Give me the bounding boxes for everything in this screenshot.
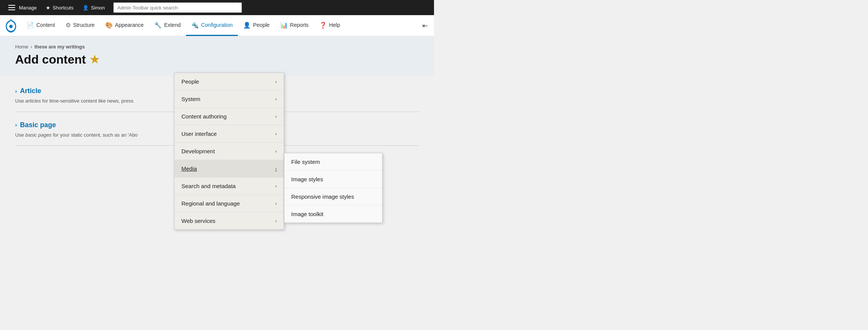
dropdown-content-authoring-label: Content authoring: [181, 113, 226, 120]
page-title-text: Add content: [15, 53, 86, 67]
menu-item-reports-label: Reports: [290, 22, 309, 28]
manage-label: Manage: [19, 5, 37, 11]
admin-search-input[interactable]: [113, 2, 242, 13]
media-submenu-item-image-toolkit[interactable]: Image toolkit: [284, 205, 382, 223]
page-title: Add content ★: [15, 53, 419, 67]
hamburger-icon: [7, 3, 17, 12]
responsive-image-styles-label: Responsive image styles: [291, 193, 354, 200]
chevron-right-icon: ›: [15, 122, 17, 128]
extend-icon: 🔧: [154, 22, 162, 29]
dropdown-people-label: People: [181, 78, 199, 85]
shortcuts-label: Shortcuts: [53, 5, 73, 11]
config-dropdown: People › System › Content authoring › Us…: [174, 73, 284, 230]
svg-point-0: [9, 25, 12, 28]
dropdown-item-development[interactable]: Development ›: [175, 143, 284, 160]
menu-item-structure-label: Structure: [73, 22, 95, 28]
content-icon: 📄: [27, 22, 34, 29]
image-styles-label: Image styles: [291, 176, 323, 182]
dropdown-item-people[interactable]: People ›: [175, 73, 284, 90]
chevron-right-icon: ›: [275, 166, 277, 171]
chevron-right-icon: ›: [275, 218, 277, 224]
menu-item-configuration-label: Configuration: [201, 22, 233, 28]
menu-bar: 📄 Content ⚙ Structure 🎨 Appearance 🔧 Ext…: [0, 15, 434, 36]
breadcrumb: Home › these are my writings: [15, 44, 419, 50]
dropdown-web-services-label: Web services: [181, 218, 215, 224]
dropdown-system-label: System: [181, 96, 200, 102]
dropdown-item-media[interactable]: Media ›: [175, 160, 284, 177]
file-system-label: File system: [291, 159, 320, 165]
dropdown-user-interface-label: User interface: [181, 131, 217, 137]
manage-button[interactable]: Manage: [3, 1, 41, 14]
dropdown-item-web-services[interactable]: Web services ›: [175, 212, 284, 229]
breadcrumb-home[interactable]: Home: [15, 44, 28, 50]
breadcrumb-separator: ›: [31, 44, 32, 50]
user-button[interactable]: 👤 Simon: [79, 3, 109, 13]
people-icon: 👤: [243, 22, 251, 29]
menu-item-configuration[interactable]: 🔩 Configuration: [186, 15, 238, 36]
admin-toolbar: Manage ★ Shortcuts 👤 Simon: [0, 0, 434, 15]
user-label: Simon: [91, 5, 105, 11]
dropdown-media-label: Media: [181, 165, 197, 172]
basic-page-title: Basic page: [20, 121, 56, 129]
dropdown-item-search-metadata[interactable]: Search and metadata ›: [175, 177, 284, 195]
chevron-right-icon: ›: [275, 131, 277, 137]
dropdown-item-regional-language[interactable]: Regional and language ›: [175, 195, 284, 212]
dropdown-overlay: People › System › Content authoring › Us…: [174, 73, 382, 230]
menu-item-content-label: Content: [36, 22, 55, 28]
media-submenu-item-image-styles[interactable]: Image styles: [284, 171, 382, 188]
breadcrumb-current: these are my writings: [34, 44, 85, 50]
dropdown-item-content-authoring[interactable]: Content authoring ›: [175, 108, 284, 125]
image-toolkit-label: Image toolkit: [291, 211, 323, 217]
media-submenu-item-file-system[interactable]: File system: [284, 153, 382, 171]
user-icon: 👤: [83, 5, 89, 11]
chevron-right-icon: ›: [275, 183, 277, 189]
media-submenu-item-responsive-image-styles[interactable]: Responsive image styles: [284, 188, 382, 205]
appearance-icon: 🎨: [105, 22, 113, 29]
menu-item-help[interactable]: ❓ Help: [314, 15, 345, 36]
dropdown-item-system[interactable]: System ›: [175, 90, 284, 108]
reports-icon: 📊: [280, 22, 288, 29]
menu-item-extend[interactable]: 🔧 Extend: [149, 15, 186, 36]
dropdown-development-label: Development: [181, 148, 215, 154]
menu-item-people[interactable]: 👤 People: [238, 15, 275, 36]
chevron-right-icon: ›: [15, 88, 17, 94]
structure-icon: ⚙: [66, 22, 71, 29]
shortcuts-button[interactable]: ★ Shortcuts: [42, 3, 77, 13]
help-icon: ❓: [319, 22, 327, 29]
chevron-right-icon: ›: [275, 148, 277, 154]
menu-back-button[interactable]: ⇤: [418, 15, 432, 36]
media-submenu: File system Image styles Responsive imag…: [284, 153, 382, 223]
menu-item-content[interactable]: 📄 Content: [21, 15, 60, 36]
page-header: Home › these are my writings Add content…: [0, 36, 434, 76]
dropdown-regional-language-label: Regional and language: [181, 200, 240, 207]
star-icon: ★: [46, 5, 50, 11]
menu-item-reports[interactable]: 📊 Reports: [275, 15, 314, 36]
menu-item-appearance[interactable]: 🎨 Appearance: [100, 15, 149, 36]
menu-item-help-label: Help: [329, 22, 340, 28]
dropdown-item-user-interface[interactable]: User interface ›: [175, 125, 284, 143]
chevron-right-icon: ›: [275, 201, 277, 206]
page-body: Home › these are my writings Add content…: [0, 36, 434, 263]
drupal-logo[interactable]: [2, 17, 20, 35]
chevron-right-icon: ›: [275, 79, 277, 84]
configuration-icon: 🔩: [191, 22, 199, 29]
chevron-right-icon: ›: [275, 114, 277, 119]
article-title: Article: [20, 87, 41, 95]
dropdown-search-metadata-label: Search and metadata: [181, 183, 236, 189]
menu-item-extend-label: Extend: [164, 22, 181, 28]
menu-item-appearance-label: Appearance: [115, 22, 144, 28]
menu-item-structure[interactable]: ⚙ Structure: [60, 15, 100, 36]
chevron-right-icon: ›: [275, 96, 277, 102]
favorite-star-icon[interactable]: ★: [90, 53, 99, 66]
menu-item-people-label: People: [253, 22, 270, 28]
